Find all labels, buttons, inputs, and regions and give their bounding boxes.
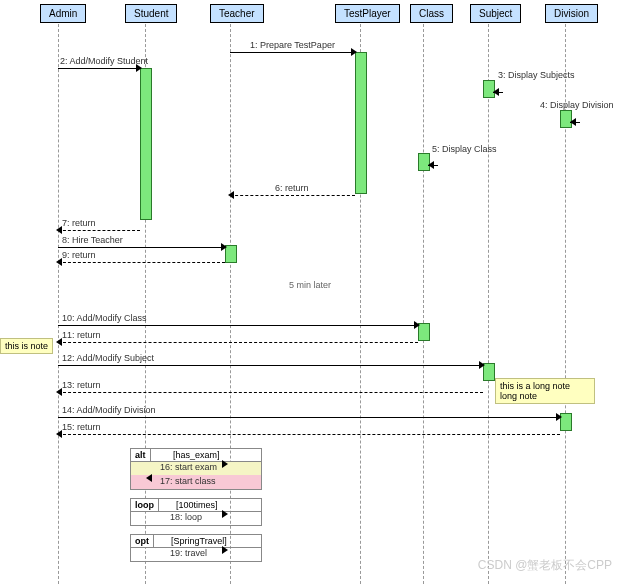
actor-class: Class	[410, 4, 453, 23]
watermark: CSDN @蟹老板不会CPP	[478, 557, 612, 574]
note-left: this is note	[0, 338, 53, 354]
actor-testplayer: TestPlayer	[335, 4, 400, 23]
arrow-12	[58, 365, 483, 366]
msg-18: 18: loop	[170, 512, 202, 522]
fragment-alt-guard: [has_exam]	[173, 450, 220, 460]
msg-19: 19: travel	[170, 548, 207, 558]
arrow-1	[230, 52, 355, 53]
msg-14: 14: Add/Modify Division	[62, 405, 156, 415]
arrowhead-19	[222, 546, 228, 554]
msg-11: 11: return	[62, 330, 101, 340]
lifeline-class	[423, 24, 424, 584]
msg-17: 17: start class	[160, 476, 216, 486]
actor-subject: Subject	[470, 4, 521, 23]
lifeline-admin	[58, 24, 59, 584]
msg-12: 12: Add/Modify Subject	[62, 353, 154, 363]
return-6	[230, 195, 355, 196]
arrow-10	[58, 325, 418, 326]
arrowhead-9	[56, 258, 62, 266]
arrowhead-17	[146, 474, 152, 482]
arrowhead-12	[479, 361, 485, 369]
return-11	[58, 342, 418, 343]
return-15	[58, 434, 560, 435]
arrowhead-7	[56, 226, 62, 234]
msg-7: 7: return	[62, 218, 96, 228]
return-9	[58, 262, 225, 263]
gap-label: 5 min later	[260, 280, 360, 290]
fragment-opt-guard: [SpringTravel]	[171, 536, 227, 546]
arrowhead-5	[428, 161, 434, 169]
msg-9: 9: return	[62, 250, 96, 260]
arrowhead-6	[228, 191, 234, 199]
msg-1: 1: Prepare TestPaper	[250, 40, 335, 50]
msg-10: 10: Add/Modify Class	[62, 313, 147, 323]
actor-teacher: Teacher	[210, 4, 264, 23]
actor-admin: Admin	[40, 4, 86, 23]
note-right: this is a long note long note	[495, 378, 595, 404]
arrowhead-8	[221, 243, 227, 251]
msg-2: 2: Add/Modify Student	[60, 56, 148, 66]
arrowhead-16	[222, 460, 228, 468]
arrowhead-11	[56, 338, 62, 346]
activation-student	[140, 68, 152, 220]
msg-5: 5: Display Class	[432, 144, 497, 154]
fragment-loop-guard: [100times]	[176, 500, 218, 510]
arrowhead-4	[570, 118, 576, 126]
arrowhead-2	[136, 64, 142, 72]
return-7	[58, 230, 140, 231]
msg-4: 4: Display Division	[540, 100, 614, 110]
msg-15: 15: return	[62, 422, 101, 432]
msg-16: 16: start exam	[160, 462, 217, 472]
arrowhead-18	[222, 510, 228, 518]
lifeline-subject	[488, 24, 489, 584]
arrow-14	[58, 417, 560, 418]
msg-8: 8: Hire Teacher	[62, 235, 123, 245]
msg-3: 3: Display Subjects	[498, 70, 575, 80]
arrow-8	[58, 247, 225, 248]
actor-student: Student	[125, 4, 177, 23]
activation-testplayer	[355, 52, 367, 194]
arrowhead-1	[351, 48, 357, 56]
actor-division: Division	[545, 4, 598, 23]
msg-6: 6: return	[275, 183, 309, 193]
arrowhead-15	[56, 430, 62, 438]
msg-13: 13: return	[62, 380, 101, 390]
arrow-2	[58, 68, 140, 69]
arrowhead-14	[556, 413, 562, 421]
arrowhead-10	[414, 321, 420, 329]
arrowhead-3	[493, 88, 499, 96]
return-13	[58, 392, 483, 393]
arrowhead-13	[56, 388, 62, 396]
